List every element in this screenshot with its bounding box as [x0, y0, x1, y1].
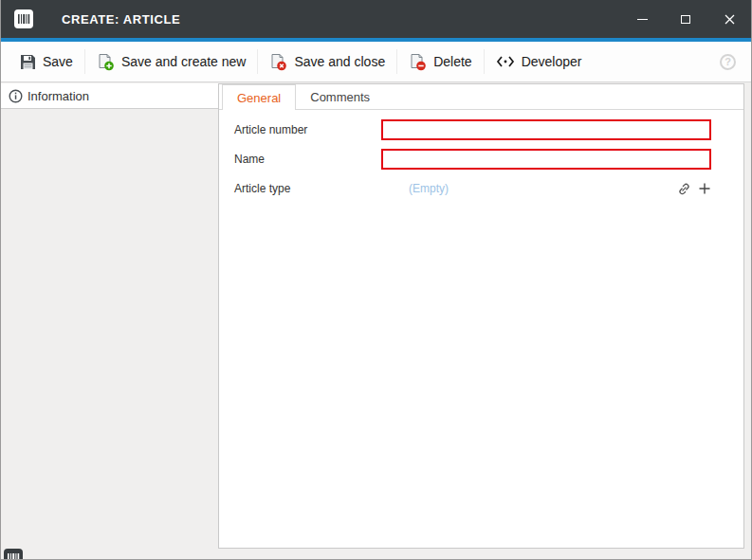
- toolbar: Save Save and create new: [1, 42, 751, 82]
- barcode-app-icon: [13, 9, 34, 29]
- background-app-icon: [3, 548, 24, 559]
- name-label: Name: [234, 153, 381, 166]
- save-and-close-label: Save and close: [294, 54, 385, 69]
- minimize-button[interactable]: [620, 0, 664, 38]
- titlebar: CREATE: ARTICLE: [1, 0, 751, 38]
- minimize-icon: [637, 19, 648, 20]
- app-window: CREATE: ARTICLE: [0, 0, 752, 560]
- developer-label: Developer: [522, 54, 582, 69]
- toolbar-separator: [396, 49, 397, 74]
- toolbar-separator: [484, 49, 485, 74]
- save-close-icon: [269, 53, 287, 71]
- delete-label: Delete: [433, 54, 471, 69]
- delete-button[interactable]: Delete: [399, 47, 481, 77]
- window-controls: [620, 0, 751, 38]
- tab-comments-label: Comments: [310, 90, 370, 104]
- article-number-input[interactable]: [381, 119, 711, 140]
- save-and-create-new-label: Save and create new: [121, 54, 247, 69]
- delete-icon: [409, 53, 427, 71]
- info-icon: [9, 89, 23, 103]
- tab-general-label: General: [237, 91, 281, 105]
- save-button-label: Save: [43, 54, 73, 69]
- developer-icon: [496, 55, 515, 68]
- save-button[interactable]: Save: [10, 48, 83, 76]
- maximize-button[interactable]: [664, 0, 707, 38]
- toolbar-separator: [257, 49, 258, 74]
- sidebar-item-information[interactable]: Information: [1, 83, 218, 109]
- save-and-create-new-button[interactable]: Save and create new: [87, 47, 256, 77]
- form: Article number Name Article type (Empty): [219, 110, 743, 199]
- article-number-label: Article number: [234, 123, 381, 136]
- form-row-name: Name: [234, 149, 743, 170]
- tab-strip: General Comments: [219, 84, 743, 110]
- link-icon[interactable]: [677, 182, 691, 196]
- window-title: CREATE: ARTICLE: [62, 12, 180, 27]
- save-and-close-button[interactable]: Save and close: [260, 47, 394, 77]
- help-button[interactable]: ?: [720, 54, 736, 70]
- close-icon: [724, 14, 735, 25]
- add-icon[interactable]: [698, 182, 711, 195]
- main-panel: General Comments Article number Name Art…: [218, 83, 744, 549]
- name-input[interactable]: [381, 149, 711, 170]
- tab-general[interactable]: General: [222, 84, 296, 110]
- save-create-new-icon: [97, 53, 115, 71]
- sidebar: Information: [1, 83, 218, 559]
- form-row-article-number: Article number: [234, 119, 743, 140]
- maximize-icon: [681, 15, 690, 24]
- close-button[interactable]: [707, 0, 751, 38]
- form-row-article-type: Article type (Empty): [234, 178, 743, 199]
- toolbar-separator: [84, 49, 85, 74]
- article-type-label: Article type: [234, 182, 381, 195]
- tab-comments[interactable]: Comments: [296, 84, 384, 109]
- sidebar-item-label: Information: [28, 89, 89, 103]
- article-type-value[interactable]: (Empty): [381, 182, 670, 195]
- article-type-field[interactable]: (Empty): [381, 182, 711, 196]
- save-icon: [20, 54, 36, 70]
- developer-button[interactable]: Developer: [486, 48, 592, 75]
